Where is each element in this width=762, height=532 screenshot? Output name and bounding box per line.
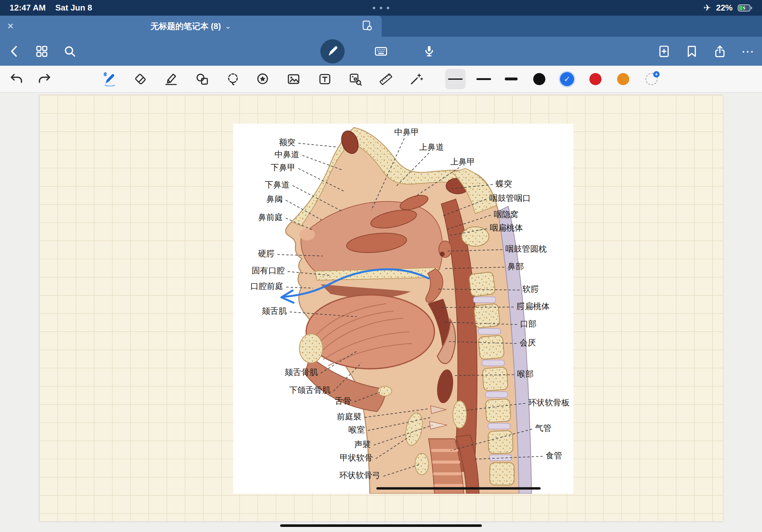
text-icon bbox=[318, 72, 332, 87]
diagram-label: 固有口腔 bbox=[252, 266, 285, 275]
diagram-label: 咽隐窝 bbox=[494, 210, 518, 219]
search-icon bbox=[63, 44, 77, 58]
tab-bar: ✕ 无标题的笔记本 (8) ⌄ bbox=[0, 16, 762, 37]
page-thumbnails-button[interactable] bbox=[34, 43, 50, 60]
add-page-button[interactable] bbox=[656, 43, 672, 60]
lasso-tool-button[interactable] bbox=[224, 70, 242, 88]
diagram-label: 气管 bbox=[535, 424, 552, 432]
diagram-label: 腭扁桃体 bbox=[517, 302, 550, 311]
diagram-label: 喉室 bbox=[348, 425, 365, 434]
diagram-label: 上鼻甲 bbox=[450, 157, 475, 166]
eraser-tool-button[interactable] bbox=[131, 70, 149, 88]
diagram-label: 口腔前庭 bbox=[250, 282, 283, 291]
home-indicator[interactable] bbox=[280, 524, 482, 527]
thickness-option-2[interactable] bbox=[474, 69, 494, 89]
anatomy-figure: 额突中鼻道下鼻甲下鼻道鼻阈鼻前庭硬腭固有口腔口腔前庭颏舌肌颏舌骨肌下颌舌骨肌舌骨… bbox=[233, 124, 573, 494]
tab-overview-icon[interactable] bbox=[361, 20, 373, 33]
pen-mode-button[interactable] bbox=[320, 39, 344, 63]
redo-icon bbox=[37, 72, 52, 87]
thickness-line-thick bbox=[505, 78, 518, 80]
multitask-indicator-icon bbox=[373, 7, 389, 9]
plus-badge-icon: + bbox=[653, 71, 659, 78]
notebook-tab[interactable]: ✕ 无标题的笔记本 (8) ⌄ bbox=[0, 16, 382, 37]
chevron-down-icon: ⌄ bbox=[225, 22, 231, 31]
diagram-label: 颏舌骨肌 bbox=[285, 368, 318, 377]
text-tool-button[interactable] bbox=[316, 70, 334, 88]
back-button[interactable] bbox=[6, 43, 23, 60]
diagram-label: 喉部 bbox=[517, 369, 534, 378]
notebook-title[interactable]: 无标题的笔记本 (8) ⌄ bbox=[150, 21, 231, 32]
highlighter-icon bbox=[164, 72, 178, 87]
battery-percent: 22% bbox=[716, 3, 733, 13]
keyboard-button[interactable] bbox=[373, 43, 389, 60]
diagram-label: 环状软骨弓 bbox=[339, 471, 380, 480]
diagram-label: 会厌 bbox=[519, 338, 536, 347]
grid-icon bbox=[35, 44, 49, 58]
elements-tool-button[interactable] bbox=[254, 70, 272, 88]
bookmark-icon bbox=[685, 44, 699, 58]
color-swatch-blue-selected[interactable]: ✓ bbox=[560, 72, 574, 86]
status-left: 12:47 AM Sat Jun 8 bbox=[10, 3, 92, 13]
ruler-icon bbox=[378, 72, 393, 87]
diagram-label: 鼻部 bbox=[507, 262, 524, 271]
bookmark-button[interactable] bbox=[683, 43, 700, 60]
undo-button[interactable] bbox=[8, 70, 26, 88]
color-swatch-orange[interactable] bbox=[617, 73, 629, 85]
pen-tool-button[interactable] bbox=[101, 70, 119, 88]
status-right: ✈ 22% bbox=[703, 3, 752, 13]
anatomy-diagram-image[interactable]: 额突中鼻道下鼻甲下鼻道鼻阈鼻前庭硬腭固有口腔口腔前庭颏舌肌颏舌骨肌下颌舌骨肌舌骨… bbox=[233, 124, 573, 494]
sticker-star-icon bbox=[256, 72, 270, 87]
diagram-label: 下鼻甲 bbox=[270, 163, 295, 172]
redo-button[interactable] bbox=[36, 70, 53, 88]
microphone-icon bbox=[422, 44, 436, 58]
airplane-mode-icon: ✈ bbox=[703, 3, 711, 13]
diagram-label: 鼻前庭 bbox=[258, 213, 283, 222]
add-page-icon bbox=[657, 44, 671, 58]
ellipsis-icon: ⋯ bbox=[741, 48, 755, 54]
more-button[interactable]: ⋯ bbox=[740, 43, 756, 60]
ruler-tool-button[interactable] bbox=[377, 70, 395, 88]
notebook-page[interactable]: 额突中鼻道下鼻甲下鼻道鼻阈鼻前庭硬腭固有口腔口腔前庭颏舌肌颏舌骨肌下颌舌骨肌舌骨… bbox=[39, 95, 723, 521]
thickness-line-thin bbox=[448, 79, 463, 80]
microphone-button[interactable] bbox=[421, 43, 437, 60]
color-swatch-black[interactable] bbox=[533, 73, 545, 85]
diagram-label: 硬腭 bbox=[258, 249, 275, 258]
diagram-label: 咽扁桃体 bbox=[490, 223, 523, 232]
diagram-label: 声襞 bbox=[354, 440, 371, 449]
thickness-option-1[interactable] bbox=[445, 69, 466, 89]
diagram-label: 环状软骨板 bbox=[528, 398, 570, 407]
color-swatch-red[interactable] bbox=[589, 73, 601, 85]
shapes-icon bbox=[195, 72, 210, 87]
screen: 12:47 AM Sat Jun 8 ✈ 22% ✕ 无标题的笔记本 (8) ⌄ bbox=[0, 0, 762, 532]
pen-icon bbox=[326, 45, 339, 58]
diagram-label: 舌骨 bbox=[335, 396, 351, 405]
diagram-label: 咽鼓管圆枕 bbox=[505, 244, 547, 253]
shapes-tool-button[interactable] bbox=[193, 70, 211, 88]
diagram-label: 软腭 bbox=[522, 285, 539, 294]
laser-pointer-button[interactable] bbox=[407, 70, 425, 88]
diagram-label: 口部 bbox=[520, 319, 536, 328]
diagram-label: 咽鼓管咽口 bbox=[490, 194, 531, 203]
image-icon bbox=[286, 72, 301, 87]
diagram-label: 前庭襞 bbox=[337, 412, 361, 421]
share-icon bbox=[713, 44, 727, 58]
anatomy-illustration bbox=[286, 128, 532, 494]
close-tab-icon[interactable]: ✕ bbox=[7, 22, 14, 30]
highlighter-tool-button[interactable] bbox=[162, 70, 180, 88]
lasso-icon bbox=[226, 72, 240, 87]
date: Sat Jun 8 bbox=[55, 3, 92, 13]
status-bar: 12:47 AM Sat Jun 8 ✈ 22% bbox=[0, 0, 762, 16]
clock: 12:47 AM bbox=[10, 3, 45, 13]
keyboard-icon bbox=[374, 44, 388, 58]
battery-charging-icon bbox=[738, 4, 752, 12]
leader-line bbox=[298, 143, 338, 147]
share-button[interactable] bbox=[712, 43, 728, 60]
add-color-button[interactable]: + bbox=[646, 73, 658, 85]
diagram-label: 食管 bbox=[546, 451, 562, 460]
diagram-label: 下鼻道 bbox=[265, 180, 290, 189]
thickness-option-3[interactable] bbox=[501, 69, 521, 89]
elements-search-button[interactable] bbox=[346, 70, 364, 88]
undo-icon bbox=[9, 72, 24, 87]
search-button[interactable] bbox=[62, 43, 78, 60]
image-tool-button[interactable] bbox=[285, 70, 302, 88]
